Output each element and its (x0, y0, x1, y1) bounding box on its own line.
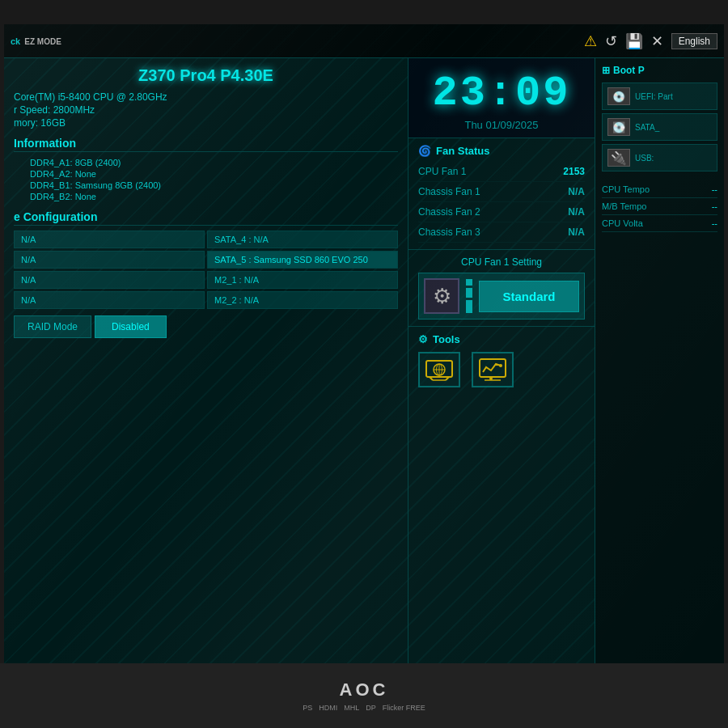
temps-section: CPU Tempo -- M/B Tempo -- CPU Volta -- (602, 181, 717, 232)
svg-point-7 (499, 364, 502, 367)
temp-row-0: CPU Tempo -- (602, 181, 717, 198)
tools-icons (418, 352, 585, 387)
fan-bar-3 (466, 300, 472, 313)
memory-slot-3: DDR4_B2: None (14, 191, 398, 202)
boot-item-1[interactable]: 💽 SATA_ (602, 113, 717, 141)
temp-value-0: -- (712, 184, 717, 194)
storage-right-2: M2_1 : N/A (207, 271, 398, 289)
fan-bar-1 (466, 279, 472, 286)
memory-slot-0: DDR4_A1: 8GB (2400) (14, 157, 398, 168)
fan-row-0: CPU Fan 1 2153 (418, 162, 585, 182)
storage-left-2: N/A (14, 271, 205, 289)
storage-left-3: N/A (14, 291, 205, 309)
memory-info-title: Information (14, 137, 398, 152)
memory-slot-1: DDR4_A2: None (14, 168, 398, 180)
boot-item-0[interactable]: 💿 UEFI: Part (602, 83, 717, 110)
boot-item-0-icon: 💿 (607, 87, 630, 105)
boot-item-0-text: UEFI: Part (635, 92, 673, 101)
tools-gear-icon: ⚙ (418, 333, 428, 345)
memory-slots: DDR4_A1: 8GB (2400) DDR4_A2: None DDR4_B… (14, 157, 398, 202)
fan-setting-title: CPU Fan 1 Setting (418, 256, 585, 268)
temp-value-2: -- (712, 218, 717, 228)
model-title: Z370 Pro4 P4.30E (14, 66, 398, 85)
fan-setting-box: ⚙ Standard (418, 273, 585, 320)
storage-right-0: SATA_4 : N/A (207, 231, 398, 248)
port-mhl: MHL (344, 704, 359, 712)
boot-item-2-icon: 🔌 (607, 149, 630, 167)
temp-row-1: M/B Tempo -- (602, 198, 717, 215)
center-right: 23:09 Thu 01/09/2025 🌀 Fan Status CPU Fa… (408, 58, 595, 663)
temp-value-1: -- (712, 201, 717, 211)
fan-bars (466, 279, 472, 313)
tool-network-icon[interactable] (418, 352, 460, 387)
boot-grid-icon: ⊞ (602, 65, 610, 76)
fan-status-section: 🌀 Fan Status CPU Fan 1 2153 Chassis Fan … (408, 138, 595, 250)
boot-priority-title: ⊞ Boot P (602, 65, 717, 76)
raid-row: RAID Mode Disabled (14, 315, 398, 338)
boot-item-2-text: USB: (635, 154, 654, 163)
memory-slot-2: DDR4_B1: Samsung 8GB (2400) (14, 180, 398, 191)
temp-label-1: M/B Tempo (602, 201, 646, 211)
monitor-outer: ck EZ MODE ⚠ ↺ 💾 ✕ English Z370 Pro4 P4.… (0, 0, 728, 728)
temp-label-0: CPU Tempo (602, 184, 650, 194)
tools-section: ⚙ Tools (408, 327, 595, 394)
port-dp: DP (366, 704, 376, 712)
storage-title: e Configuration (14, 210, 398, 226)
temp-label-2: CPU Volta (602, 218, 643, 228)
monitor-ports: PS HDMI MHL DP Flicker FREE (303, 704, 425, 712)
fan-mode-button[interactable]: Standard (479, 281, 579, 312)
time-section: 23:09 Thu 01/09/2025 (408, 58, 595, 138)
fan-row-3: Chassis Fan 3 N/A (418, 222, 585, 243)
language-selector[interactable]: English (671, 33, 717, 49)
fan-row-2: Chassis Fan 2 N/A (418, 202, 585, 222)
raid-value[interactable]: Disabled (95, 315, 167, 338)
storage-grid: N/A SATA_4 : N/A N/A SATA_5 : Samsung SS… (14, 231, 398, 309)
top-bar: ck EZ MODE ⚠ ↺ 💾 ✕ English (4, 24, 724, 58)
boot-panel: ⊞ Boot P 💿 UEFI: Part 💽 SATA_ 🔌 USB: (595, 58, 724, 663)
main-content: Z370 Pro4 P4.30E Core(TM) i5-8400 CPU @ … (4, 58, 724, 663)
top-bar-icons: ⚠ ↺ 💾 ✕ (584, 32, 663, 50)
storage-left-1: N/A (14, 251, 205, 269)
boot-item-2[interactable]: 🔌 USB: (602, 144, 717, 171)
date-display: Thu 01/09/2025 (417, 119, 586, 131)
temp-row-2: CPU Volta -- (602, 215, 717, 232)
boot-item-1-icon: 💽 (607, 118, 630, 136)
mid-right: 23:09 Thu 01/09/2025 🌀 Fan Status CPU Fa… (408, 58, 724, 663)
fan-icon: 🌀 (418, 145, 431, 157)
fan-setting-section: CPU Fan 1 Setting ⚙ Standard (408, 250, 595, 327)
cpu-info: Core(TM) i5-8400 CPU @ 2.80GHz (14, 91, 398, 103)
monitor-brand: AOC (340, 679, 389, 700)
time-display: 23:09 (417, 70, 586, 117)
storage-right-1: SATA_5 : Samsung SSD 860 EVO 250 (207, 251, 398, 269)
fan-graphic-icon: ⚙ (424, 278, 459, 314)
exit-icon[interactable]: ✕ (651, 32, 663, 50)
port-hdmi: HDMI (319, 704, 337, 712)
screen: ck EZ MODE ⚠ ↺ 💾 ✕ English Z370 Pro4 P4.… (4, 24, 724, 663)
boot-item-1-text: SATA_ (635, 123, 659, 132)
monitor-bottom: AOC PS HDMI MHL DP Flicker FREE (0, 663, 728, 728)
refresh-icon[interactable]: ↺ (605, 32, 617, 50)
bios-brand: ck EZ MODE (11, 36, 61, 46)
fan-bar-2 (466, 288, 472, 298)
storage-right-3: M2_2 : N/A (207, 291, 398, 309)
tools-title: ⚙ Tools (418, 333, 585, 345)
port-flicker: Flicker FREE (383, 704, 425, 712)
fan-status-title: 🌀 Fan Status (418, 145, 585, 157)
storage-left-0: N/A (14, 231, 205, 248)
save-icon[interactable]: 💾 (625, 32, 643, 50)
raid-label[interactable]: RAID Mode (14, 315, 91, 338)
warning-icon[interactable]: ⚠ (584, 32, 597, 50)
left-panel: Z370 Pro4 P4.30E Core(TM) i5-8400 CPU @ … (4, 58, 408, 663)
memory-speed-info: r Speed: 2800MHz (14, 104, 398, 116)
fan-row-1: Chassis Fan 1 N/A (418, 182, 585, 202)
memory-size-info: mory: 16GB (14, 117, 398, 129)
tool-chart-icon[interactable] (472, 352, 514, 387)
port-ps: PS (303, 704, 312, 712)
